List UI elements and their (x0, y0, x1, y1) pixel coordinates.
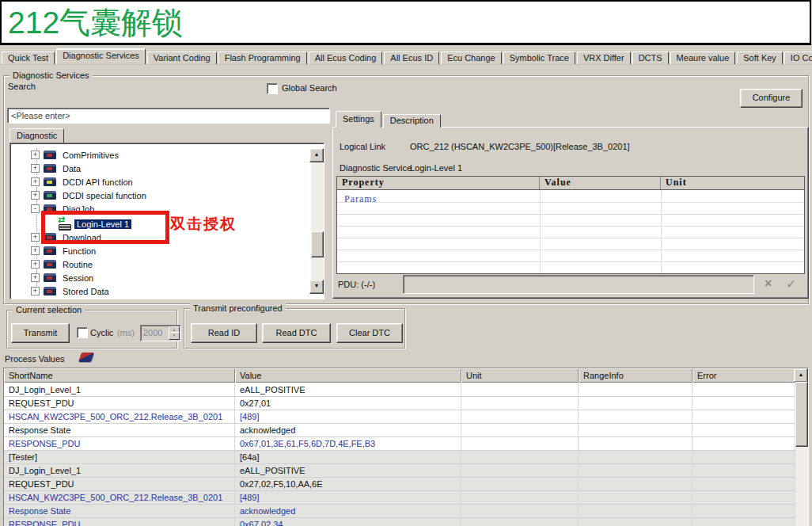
tab-diagnostic-services[interactable]: Diagnostic Services (56, 48, 146, 64)
cell-unit (461, 505, 579, 517)
column-header-value[interactable]: Value (235, 368, 461, 383)
logical-link-value: ORC_212 (HSCAN_KW2C3PE_500)[Release_3B_0… (410, 142, 630, 151)
expand-icon[interactable]: + (31, 191, 40, 200)
table-row[interactable]: RESPONSE_PDU 0x67,01,3E,61,F5,6D,7D,4E,F… (4, 437, 795, 451)
tree-scrollbar-thumb[interactable] (311, 231, 324, 257)
cell-range-info (579, 451, 692, 463)
cell-value: eALL_POSITIVE (235, 383, 461, 396)
tab-symbolic-trace[interactable]: Symbolic Trace (503, 51, 575, 64)
expand-icon[interactable]: + (31, 246, 40, 255)
confirm-icon[interactable]: ✓ (786, 276, 796, 292)
cell-error (692, 383, 795, 396)
cell-range-info (579, 505, 692, 517)
table-row[interactable]: Response State acknowledged (4, 505, 795, 518)
tree-item-dcdi-api-function[interactable]: + DCDI API function (31, 175, 135, 189)
tab-description[interactable]: Description (383, 114, 441, 128)
cancel-icon[interactable]: × (765, 276, 772, 291)
transmit-button[interactable]: Transmit (11, 323, 70, 343)
expand-icon[interactable]: + (31, 273, 40, 282)
column-header-error[interactable]: Error (692, 368, 795, 383)
tab-dcts[interactable]: DCTS (632, 51, 669, 64)
column-header-value[interactable]: Value (540, 177, 661, 189)
page-banner: 212气囊解锁 (0, 0, 811, 45)
main-tab-bar: Quick Test Diagnostic Services Variant C… (2, 49, 812, 64)
cell-value: acknowledged (235, 424, 461, 436)
cell-range-info (579, 397, 692, 410)
tab-settings[interactable]: Settings (336, 111, 381, 128)
column-header-rangeinfo[interactable]: RangeInfo (579, 368, 692, 383)
tab-ecu-change[interactable]: Ecu Change (441, 51, 502, 64)
search-input[interactable] (7, 108, 330, 124)
tab-variant-coding[interactable]: Variant Coding (147, 51, 217, 64)
table-row[interactable]: HSCAN_KW2C3PE_500_ORC_212.Release_3B_020… (4, 410, 795, 424)
clear-process-values-icon[interactable] (78, 353, 94, 362)
expand-icon[interactable]: + (31, 287, 40, 295)
table-row[interactable]: Response State acknowledged (4, 424, 795, 437)
table-row[interactable]: [Tester] [64a] (4, 451, 795, 464)
tree-item-session[interactable]: + Session (31, 271, 96, 284)
cell-short-name: REQUEST_PDU (4, 397, 235, 410)
tree-item-stored-data[interactable]: + Stored Data (31, 284, 112, 298)
spin-down-icon[interactable]: ▼ (169, 332, 180, 340)
cell-value: 0x67,02,34 (235, 518, 461, 526)
tree-item-label: DCDI API function (60, 177, 135, 187)
tree-item-routine[interactable]: + Routine (31, 257, 95, 271)
table-row[interactable]: REQUEST_PDU 0x27,01 (4, 397, 795, 410)
cyclic-interval-stepper[interactable]: 2000 ▲ ▼ (140, 325, 181, 341)
cell-error (692, 478, 795, 490)
page-title: 212气囊解锁 (8, 2, 183, 44)
configure-button[interactable]: Configure (740, 89, 803, 108)
expand-icon[interactable]: + (31, 164, 40, 173)
table-scroll-up-button[interactable]: ▲ (794, 368, 808, 383)
clear-dtc-button[interactable]: Clear DTC (336, 323, 403, 343)
cell-short-name: Response State (4, 424, 235, 436)
table-row[interactable]: REQUEST_PDU 0x27,02,F5,10,AA,6E (4, 478, 795, 491)
tree-scroll-down-button[interactable]: ▼ (309, 280, 324, 294)
tree-item-comprimitives[interactable]: + ComPrimitives (31, 148, 121, 162)
table-scrollbar-thumb[interactable] (795, 382, 808, 447)
tab-all-ecus-coding[interactable]: All Ecus Coding (309, 51, 383, 64)
diagnostic-service-label: Diagnostic Service (340, 163, 412, 173)
tree-item-data[interactable]: + Data (31, 162, 83, 175)
cyclic-checkbox[interactable] (77, 327, 88, 338)
column-header-property[interactable]: Property (337, 177, 540, 189)
expand-icon[interactable]: + (31, 233, 40, 242)
property-row-params[interactable]: Params (344, 193, 377, 205)
cell-unit (461, 491, 579, 504)
tab-vrx-differ[interactable]: VRX Differ (577, 51, 631, 64)
tree-scrollbar-track[interactable] (311, 148, 324, 294)
global-search-checkbox[interactable] (267, 83, 278, 94)
read-dtc-button[interactable]: Read DTC (262, 323, 331, 343)
collapse-icon[interactable]: - (31, 204, 40, 213)
column-header-shortname[interactable]: ShortName (4, 368, 235, 383)
module-folder-icon-yellow (44, 177, 56, 186)
table-row[interactable]: HSCAN_KW2C3PE_500_ORC_212.Release_3B_020… (4, 491, 795, 505)
column-header-unit[interactable]: Unit (661, 177, 804, 189)
tree-item-label: Data (60, 164, 83, 173)
pdu-input[interactable] (403, 275, 754, 294)
tab-soft-key[interactable]: Soft Key (737, 51, 783, 64)
cell-short-name: RESPONSE_PDU (4, 437, 235, 450)
read-id-button[interactable]: Read ID (191, 323, 257, 343)
tree-scroll-up-button[interactable]: ▲ (309, 148, 324, 162)
expand-icon[interactable]: + (31, 151, 40, 159)
tab-flash-programming[interactable]: Flash Programming (218, 51, 307, 64)
cell-short-name: HSCAN_KW2C3PE_500_ORC_212.Release_3B_020… (4, 410, 235, 423)
cell-error (692, 437, 795, 450)
cell-error (692, 464, 795, 477)
expand-icon[interactable]: + (31, 260, 40, 269)
tab-meaure-value[interactable]: Meaure value (670, 51, 736, 64)
table-row[interactable]: DJ_Login_Level_1 eALL_POSITIVE (4, 383, 795, 397)
tab-quick-test[interactable]: Quick Test (2, 51, 55, 64)
tree-item-dcdi-special-function[interactable]: + DCDI special function (31, 189, 149, 202)
table-row[interactable]: DJ_Login_Level_1 eALL_POSITIVE (4, 464, 795, 478)
tab-all-ecus-id[interactable]: All Ecus ID (384, 51, 439, 64)
tab-diagnostic-tree[interactable]: Diagnostic (9, 128, 64, 143)
tab-io-control[interactable]: IO Control (784, 51, 812, 64)
column-header-unit[interactable]: Unit (461, 368, 579, 383)
expand-icon[interactable]: + (31, 177, 40, 186)
table-row[interactable]: RESPONSE_PDU 0x67,02,34 (4, 518, 795, 526)
tree-item-label: Stored Data (60, 287, 112, 296)
tree-item-label: Session (60, 273, 96, 283)
tree-item-function[interactable]: + Function (31, 244, 98, 257)
